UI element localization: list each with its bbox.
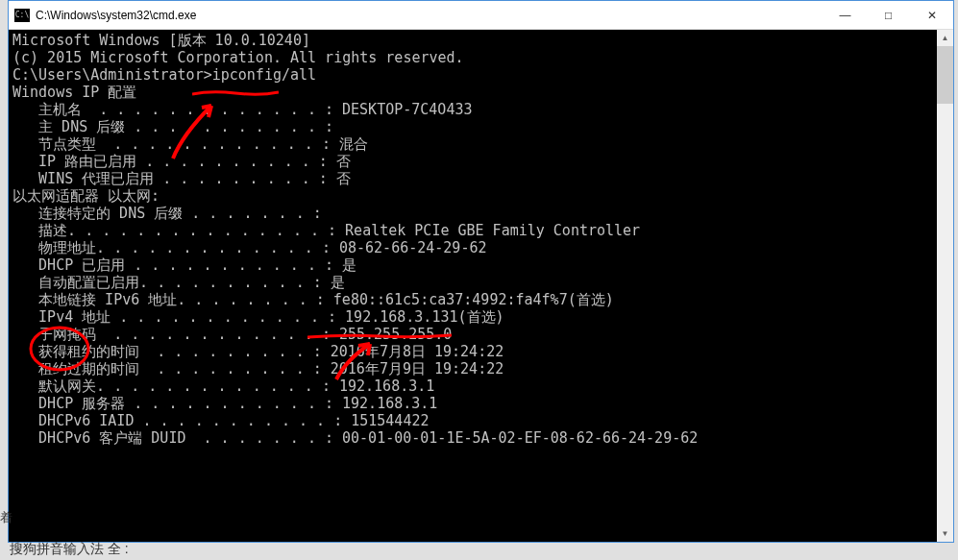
scroll-up-arrow[interactable]: ▲ bbox=[937, 30, 953, 46]
terminal-line: 获得租约的时间 . . . . . . . . . : 2016年7月8日 19… bbox=[12, 343, 949, 360]
terminal-line: DHCPv6 IAID . . . . . . . . . . . : 1515… bbox=[12, 412, 949, 429]
terminal-line: 节点类型 . . . . . . . . . . . . : 混合 bbox=[12, 135, 949, 153]
terminal-line: Microsoft Windows [版本 10.0.10240] bbox=[12, 32, 949, 49]
terminal-line: 租约过期的时间 . . . . . . . . . : 2016年7月9日 19… bbox=[12, 360, 949, 377]
terminal-line: Windows IP 配置 bbox=[12, 84, 949, 101]
terminal-line: (c) 2015 Microsoft Corporation. All righ… bbox=[12, 49, 949, 66]
terminal-line: 描述. . . . . . . . . . . . . . . : Realte… bbox=[12, 222, 949, 239]
terminal-line: 默认网关. . . . . . . . . . . . . : 192.168.… bbox=[12, 377, 949, 395]
scroll-thumb[interactable] bbox=[937, 46, 953, 104]
ime-status: 搜狗拼音输入法 全 : bbox=[8, 539, 131, 560]
close-button[interactable]: ✕ bbox=[910, 1, 953, 29]
terminal-line: 子网掩码 . . . . . . . . . . . . : 255.255.2… bbox=[12, 326, 949, 343]
minimize-button[interactable]: — bbox=[823, 1, 867, 29]
terminal-line: 以太网适配器 以太网: bbox=[12, 187, 949, 205]
terminal-output[interactable]: Microsoft Windows [版本 10.0.10240](c) 201… bbox=[9, 30, 953, 542]
window-title: C:\Windows\system32\cmd.exe bbox=[36, 9, 823, 22]
cmd-window: C:\ C:\Windows\system32\cmd.exe — □ ✕ Mi… bbox=[8, 0, 954, 543]
terminal-line: IPv4 地址 . . . . . . . . . . . . : 192.16… bbox=[12, 308, 949, 326]
scroll-down-arrow[interactable]: ▼ bbox=[937, 525, 953, 542]
terminal-line: 本地链接 IPv6 地址. . . . . . . . : fe80::61c5… bbox=[12, 291, 949, 308]
terminal-line: 自动配置已启用. . . . . . . . . . : 是 bbox=[12, 274, 949, 291]
maximize-button[interactable]: □ bbox=[867, 1, 910, 29]
cmd-icon: C:\ bbox=[14, 9, 30, 22]
scroll-track[interactable] bbox=[937, 46, 953, 525]
scrollbar[interactable]: ▲ ▼ bbox=[937, 30, 953, 542]
window-controls: — □ ✕ bbox=[823, 1, 953, 29]
terminal-line: DHCP 已启用 . . . . . . . . . . . : 是 bbox=[12, 256, 949, 274]
terminal-line: C:\Users\Administrator>ipconfig/all bbox=[12, 66, 949, 84]
terminal-line: IP 路由已启用 . . . . . . . . . . : 否 bbox=[12, 153, 949, 170]
terminal-line: 主机名 . . . . . . . . . . . . . : DESKTOP-… bbox=[12, 101, 949, 118]
terminal-line: DHCP 服务器 . . . . . . . . . . . : 192.168… bbox=[12, 395, 949, 412]
titlebar[interactable]: C:\ C:\Windows\system32\cmd.exe — □ ✕ bbox=[9, 1, 953, 30]
terminal-line: 主 DNS 后缀 . . . . . . . . . . . : bbox=[12, 118, 949, 135]
terminal-line: WINS 代理已启用 . . . . . . . . . : 否 bbox=[12, 170, 949, 187]
terminal-line: 物理地址. . . . . . . . . . . . . : 08-62-66… bbox=[12, 239, 949, 256]
terminal-line: DHCPv6 客户端 DUID . . . . . . . : 00-01-00… bbox=[12, 429, 949, 447]
left-cropped-text: 着 bbox=[0, 509, 12, 526]
terminal-line: 连接特定的 DNS 后缀 . . . . . . . : bbox=[12, 205, 949, 222]
